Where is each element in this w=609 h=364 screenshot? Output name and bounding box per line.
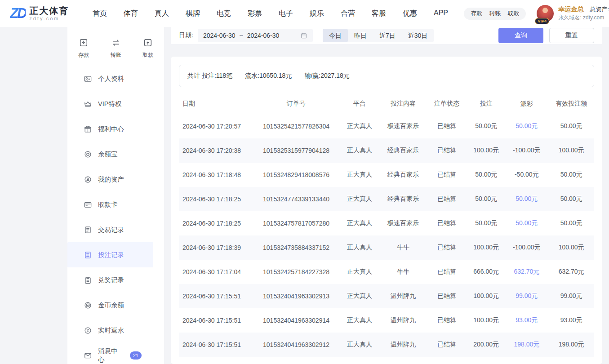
reset-button[interactable]: 重置 <box>549 28 594 43</box>
cell-bet-amount: 50.00元 <box>467 163 505 187</box>
nav-item[interactable]: 合营 <box>341 9 355 18</box>
main-nav: 首页体育真人棋牌电竞彩票电子娱乐合营客服优惠APP <box>93 9 448 18</box>
nav-item[interactable]: 娱乐 <box>310 9 324 18</box>
sidebar-item[interactable]: 福利中心 <box>67 116 153 142</box>
range-button[interactable]: 近30日 <box>402 29 434 42</box>
sidebar-item-label: VIP特权 <box>98 100 121 108</box>
nav-item[interactable]: 电子 <box>279 9 293 18</box>
cell-order-no: 1015324829418008576 <box>253 163 338 187</box>
cell-status: 已结算 <box>426 211 467 235</box>
transaction-record-icon <box>84 226 92 234</box>
cell-order-no: 1015324735884337152 <box>253 235 338 260</box>
quick-action-button[interactable]: 转账 <box>489 9 501 18</box>
search-button[interactable]: 查询 <box>498 28 543 43</box>
column-header: 平台 <box>339 91 380 114</box>
date-range-input[interactable]: 2024-06-30 ~ 2024-06-30 <box>198 29 313 42</box>
nav-item[interactable]: 体育 <box>124 9 138 18</box>
cell-status: 已结算 <box>426 235 467 260</box>
table-row[interactable]: 2024-06-30 17:15:511015324041963302912正大… <box>179 333 594 357</box>
table-row[interactable]: 2024-06-30 17:20:381015325315977904128正大… <box>179 138 594 163</box>
cell-payout: -100.00元 <box>505 235 548 260</box>
cell-bet-amount: 50.00元 <box>467 187 505 211</box>
sidebar-item-label: 兑奖记录 <box>98 276 124 284</box>
cell-payout: 50.00元 <box>505 211 548 235</box>
logo-icon: ZD <box>10 5 26 22</box>
table-row[interactable]: 2024-06-30 17:17:041015324257184227328正大… <box>179 260 594 284</box>
cell-valid-bet: 50.00元 <box>548 211 594 235</box>
date-from: 2024-06-30 <box>203 32 236 39</box>
range-button[interactable]: 昨日 <box>348 29 373 42</box>
summary-stat: 流水:10650.18元 <box>245 72 292 79</box>
sidebar-item[interactable]: 我的资产 <box>67 167 153 192</box>
wallet-action-label: 转账 <box>111 51 121 59</box>
wallet-action[interactable]: 取款 <box>142 38 153 59</box>
quick-action-button[interactable]: 存款 <box>471 9 482 18</box>
cell-order-no: 1015324757817057280 <box>253 211 338 235</box>
range-button[interactable]: 今日 <box>323 29 348 42</box>
sidebar-item[interactable]: 交易记录 <box>67 217 153 242</box>
cell-order-no: 1015324774339133440 <box>253 187 338 211</box>
cell-payout: 99.00元 <box>505 284 548 308</box>
sidebar-item[interactable]: 金币余额 <box>67 293 153 318</box>
sidebar-item[interactable]: 个人资料 <box>67 66 153 91</box>
table-row[interactable]: 2024-06-30 17:18:481015324829418008576正大… <box>179 163 594 187</box>
quick-action-button[interactable]: 取款 <box>507 9 519 18</box>
nav-item[interactable]: 真人 <box>155 9 169 18</box>
wallet-action[interactable]: 存款 <box>78 38 89 59</box>
sidebar-item[interactable]: 余额宝 <box>67 142 153 167</box>
sidebar-item[interactable]: 实时返水 <box>67 318 153 343</box>
cell-bet-amount: 50.00元 <box>467 211 505 235</box>
cell-status: 已结算 <box>426 138 467 163</box>
column-header: 订单号 <box>253 91 338 114</box>
message-icon <box>84 351 92 360</box>
table-row[interactable]: 2024-06-30 17:20:571015325421577826304正大… <box>179 114 594 138</box>
user-panel[interactable]: VIP4 幸运金总 总资产: 永久域名: zdty.com <box>537 5 609 22</box>
main-content: 日期: 2024-06-30 ~ 2024-06-30 今日昨日近7日近30日 … <box>171 27 602 364</box>
cell-bet-amount: 666.00元 <box>467 260 505 284</box>
balance-icon <box>84 150 92 159</box>
site-logo[interactable]: ZD 正大体育 zdty.com <box>10 5 87 22</box>
sidebar-item[interactable]: VIP特权 <box>67 91 153 116</box>
coin-balance-icon <box>84 301 92 310</box>
bet-record-icon <box>84 251 92 259</box>
cell-valid-bet: 100.00元 <box>548 235 594 260</box>
cell-bet-amount: 100.00元 <box>467 235 505 260</box>
wallet-action-label: 存款 <box>78 51 89 59</box>
cell-date: 2024-06-30 17:17:04 <box>179 260 253 284</box>
cell-payout: -50.00元 <box>505 163 548 187</box>
nav-item[interactable]: 首页 <box>93 9 107 18</box>
nav-item[interactable]: 客服 <box>372 9 386 18</box>
sidebar-item[interactable]: 取款卡 <box>67 192 153 217</box>
nav-item[interactable]: APP <box>434 9 448 18</box>
table-row[interactable]: 2024-06-30 17:18:251015324774339133440正大… <box>179 187 594 211</box>
summary-stat: 输/赢:2027.18元 <box>304 72 349 79</box>
table-row[interactable]: 2024-06-30 17:18:391015324735884337152正大… <box>179 235 594 260</box>
column-header: 派彩 <box>505 91 548 114</box>
nav-item[interactable]: 彩票 <box>248 9 262 18</box>
table-row[interactable]: 2024-06-30 17:18:251015324757817057280正大… <box>179 211 594 235</box>
cell-bet-amount: 100.00元 <box>467 138 505 163</box>
cell-platform: 正大真人 <box>339 211 380 235</box>
sidebar-item-label: 交易记录 <box>98 226 124 234</box>
sidebar-item[interactable]: 消息中心21 <box>67 343 153 364</box>
deposit-icon <box>79 38 89 48</box>
cell-valid-bet: 632.70元 <box>548 260 594 284</box>
table-row[interactable]: 2024-06-30 17:15:511015324041963302913正大… <box>179 284 594 308</box>
wallet-action[interactable]: 转账 <box>111 38 121 59</box>
cell-bet-content: 经典百家乐 <box>380 163 426 187</box>
cell-platform: 正大真人 <box>339 284 380 308</box>
range-button[interactable]: 近7日 <box>373 29 402 42</box>
nav-item[interactable]: 棋牌 <box>186 9 200 18</box>
nav-item[interactable]: 电竞 <box>217 9 231 18</box>
cell-status: 已结算 <box>426 260 467 284</box>
cell-valid-bet: 100.00元 <box>548 138 594 163</box>
sidebar-item[interactable]: 投注记录 <box>67 242 153 267</box>
cell-payout: 50.00元 <box>505 187 548 211</box>
sidebar-item[interactable]: 兑奖记录 <box>67 267 153 293</box>
table-row[interactable]: 2024-06-30 17:15:511015324041963302914正大… <box>179 308 594 333</box>
cell-date: 2024-06-30 17:18:25 <box>179 187 253 211</box>
nav-item[interactable]: 优惠 <box>403 9 417 18</box>
sidebar-menu: 个人资料VIP特权福利中心余额宝我的资产取款卡交易记录投注记录兑奖记录金币余额实… <box>67 66 164 364</box>
cell-status: 已结算 <box>426 284 467 308</box>
bank-card-icon <box>84 200 92 209</box>
